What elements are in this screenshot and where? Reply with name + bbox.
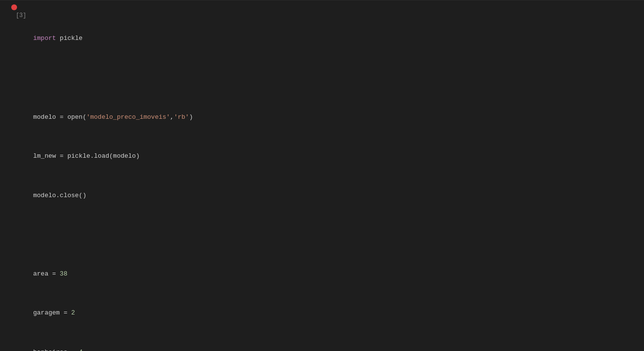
code-line-area: area = 38: [33, 269, 638, 279]
code-block: import pickle modelo = open('modelo_prec…: [33, 4, 638, 351]
code-line-modelo-open: modelo = open('modelo_preco_imoveis','rb…: [33, 112, 638, 122]
plain-close: modelo.close(): [33, 192, 86, 199]
code-line-garagem: garagem = 2: [33, 308, 638, 318]
code-line-import: import pickle: [33, 34, 638, 43]
num-banheiros: 4: [79, 349, 83, 351]
plain-modelo: modelo = open(: [33, 113, 86, 121]
plain-paren: ): [189, 113, 193, 121]
code-line-close: modelo.close(): [33, 191, 638, 201]
plain-lmnew: lm_new = pickle.load(modelo): [33, 152, 139, 160]
code-line-blank1: [33, 73, 638, 83]
keyword-import: import: [33, 35, 56, 42]
num-area: 38: [60, 270, 68, 277]
cell-gutter: [3]: [0, 0, 29, 351]
plain-comma: ,: [170, 113, 174, 121]
cell-content: import pickle modelo = open('modelo_prec…: [29, 0, 644, 351]
cell-label: [3]: [16, 12, 26, 19]
num-garagem: 2: [71, 309, 75, 316]
code-line-lm-new: lm_new = pickle.load(modelo): [33, 151, 638, 161]
plain-pickle: pickle: [56, 35, 83, 42]
plain-banheiros: banheiros =: [33, 349, 79, 351]
run-indicator: [11, 4, 17, 10]
code-line-banheiros: banheiros = 4: [33, 348, 638, 351]
plain-garagem: garagem =: [33, 309, 71, 316]
code-line-blank2: [33, 230, 638, 240]
notebook-cell: [3] import pickle modelo = open('modelo_…: [0, 0, 644, 351]
str-filename: 'modelo_preco_imoveis': [86, 113, 170, 121]
str-rb: 'rb': [174, 113, 189, 121]
plain-area: area =: [33, 270, 60, 277]
